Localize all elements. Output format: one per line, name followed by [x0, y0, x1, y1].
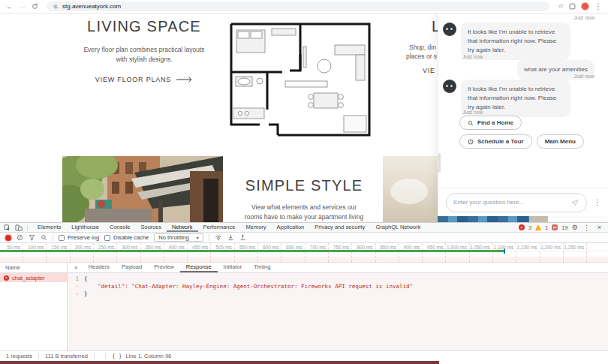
network-conditions-icon[interactable] [215, 234, 222, 241]
simple-style-body: View what elements and services our room… [224, 203, 384, 222]
checkbox-box[interactable] [59, 235, 65, 241]
chat-timestamp: Just now [462, 54, 483, 59]
devtools-tab-graphql-network[interactable]: GraphQL Network [370, 223, 426, 232]
detail-tab-initiator[interactable]: Initiator [218, 263, 248, 272]
request-row-chat-adapter[interactable]: × chat_adapter [0, 273, 67, 282]
browser-menu-icon[interactable]: ⋮ [594, 3, 602, 11]
schedule-a-tour-label: Schedule a Tour [477, 138, 524, 145]
devtools-tab-privacy-and-security[interactable]: Privacy and security [309, 223, 370, 232]
profile-avatar[interactable] [581, 2, 589, 11]
request-detail-tab-bar: × HeadersPayloadPreviewResponseInitiator… [68, 263, 608, 273]
chat-input[interactable] [453, 199, 567, 206]
chat-menu-icon[interactable]: ⋮ [591, 198, 604, 206]
record-network-log-button[interactable] [5, 235, 11, 241]
clear-network-log-icon[interactable] [17, 234, 23, 241]
detail-tab-response[interactable]: Response [180, 263, 218, 272]
console-errors-icon[interactable]: × [519, 224, 525, 230]
devtools-tab-memory[interactable]: Memory [240, 223, 271, 232]
reload-icon[interactable] [32, 3, 38, 10]
floor-plan-image [225, 20, 375, 143]
devtools-tab-lighthouse[interactable]: Lighthouse [66, 223, 104, 232]
back-icon[interactable]: ← [6, 3, 14, 11]
devtools-tab-performance[interactable]: Performance [198, 223, 241, 232]
living-body-line1: Every floor plan combines practical layo… [83, 46, 204, 53]
window-bottom-bar [0, 361, 439, 364]
network-overview[interactable]: 50 ms100 ms150 ms200 ms250 ms300 ms350 m… [0, 243, 608, 263]
inspect-element-icon[interactable] [4, 224, 11, 231]
simple-style-title: SIMPLE STYLE [224, 177, 384, 194]
find-a-home-button[interactable]: Find a Home [459, 116, 522, 130]
timeline-tick-label: 900 ms [404, 245, 420, 250]
filter-icon[interactable] [29, 234, 35, 241]
timeline-gridline [422, 243, 423, 262]
quick-replies: Find a Home Schedule a Tour Main Menu [459, 116, 598, 149]
side-panel-icon[interactable] [569, 3, 576, 10]
devtools-tab-elements[interactable]: Elements [32, 223, 66, 232]
response-body[interactable]: 1{- "detail": "Chat-Adapter: Hayley-Engi… [68, 273, 608, 351]
detail-tab-timing[interactable]: Timing [248, 263, 276, 272]
clock-icon [468, 139, 474, 145]
pool-photo-deck [529, 216, 548, 222]
console-errors-count: 3 [528, 224, 531, 231]
devtools-tab-network[interactable]: Network [167, 223, 198, 232]
detail-tab-preview[interactable]: Preview [148, 263, 180, 272]
devtools-close-icon[interactable]: × [596, 224, 603, 231]
detail-tab-headers[interactable]: Headers [83, 263, 116, 272]
devtools-settings-icon[interactable]: ⚙ [572, 224, 578, 231]
chat-scrollbar[interactable] [438, 153, 441, 173]
right-section-body-fragment-2: places or s [406, 52, 437, 62]
view-floor-plans-link[interactable]: VIEW FLOOR PLANS [95, 76, 193, 83]
timeline-tick-label: 250 ms [98, 245, 114, 250]
request-error-icon: × [4, 275, 9, 281]
simple-body-line1: View what elements and services our [251, 203, 357, 211]
timeline-tick-label: 150 ms [51, 245, 67, 250]
divider [27, 224, 28, 231]
living-body-line2: with stylish designs. [116, 56, 172, 63]
right-section-link-fragment[interactable]: VIE [423, 67, 435, 74]
chat-input-pill [446, 193, 587, 212]
address-bar[interactable]: stg.avenueatyork.com [47, 2, 549, 11]
issues-icon[interactable] [552, 224, 558, 230]
request-list: Name × chat_adapter [0, 263, 68, 351]
line-number: - [68, 290, 84, 298]
devtools-tab-console[interactable]: Console [104, 223, 136, 232]
devtools-menu-icon[interactable]: ⋮ [582, 224, 592, 232]
interior-photo [383, 156, 438, 222]
timeline-tick-label: 800 ms [357, 245, 372, 250]
disable-cache-label: Disable cache [113, 234, 149, 241]
detail-close-icon[interactable]: × [70, 264, 83, 271]
disable-cache-checkbox[interactable]: Disable cache [104, 234, 149, 241]
bot-avatar [443, 80, 456, 93]
line-content: "detail": "Chat-Adapter: Hayley-Engine: … [84, 283, 413, 290]
console-warnings-icon[interactable] [535, 224, 541, 230]
search-network-icon[interactable] [41, 234, 47, 241]
import-har-icon[interactable] [227, 234, 234, 241]
devtools-tab-sources[interactable]: Sources [136, 223, 167, 232]
chat-timestamp: Just now [462, 110, 483, 115]
chat-message-list[interactable]: Just now It looks like I’m unable to ret… [438, 14, 608, 188]
preserve-log-checkbox[interactable]: Preserve log [59, 234, 99, 241]
timeline-tick-label: 600 ms [263, 245, 278, 250]
site-info-icon[interactable] [53, 4, 59, 10]
devtools-tab-application[interactable]: Application [272, 223, 310, 232]
living-space-title: LIVING SPACE [62, 18, 226, 35]
format-icon[interactable]: { } [112, 353, 122, 359]
throttling-select[interactable]: No throttling ▾ [154, 233, 203, 242]
forward-icon[interactable]: → [19, 3, 26, 11]
chat-widget: Just now It looks like I’m unable to ret… [438, 14, 608, 216]
device-toolbar-icon[interactable] [15, 224, 23, 231]
request-name-header[interactable]: Name [0, 263, 67, 273]
send-icon[interactable] [570, 198, 579, 207]
response-line: -} [68, 290, 608, 298]
transferred-size: 111 B transferred [39, 353, 95, 359]
bookmark-star-icon[interactable]: ☆ [558, 3, 564, 10]
detail-tab-payload[interactable]: Payload [116, 263, 148, 272]
export-har-icon[interactable] [239, 234, 246, 241]
throttling-value: No throttling [158, 234, 188, 241]
timeline-tick-label: 450 ms [192, 245, 208, 250]
browser-window: ← → stg.avenueatyork.com ☆ ⋮ LIVING SPAC… [0, 0, 608, 364]
schedule-a-tour-button[interactable]: Schedule a Tour [459, 134, 532, 149]
checkbox-box[interactable] [104, 235, 110, 241]
main-menu-button[interactable]: Main Menu [537, 134, 584, 149]
simple-body-line2: rooms have to make your apartment living [245, 213, 363, 221]
